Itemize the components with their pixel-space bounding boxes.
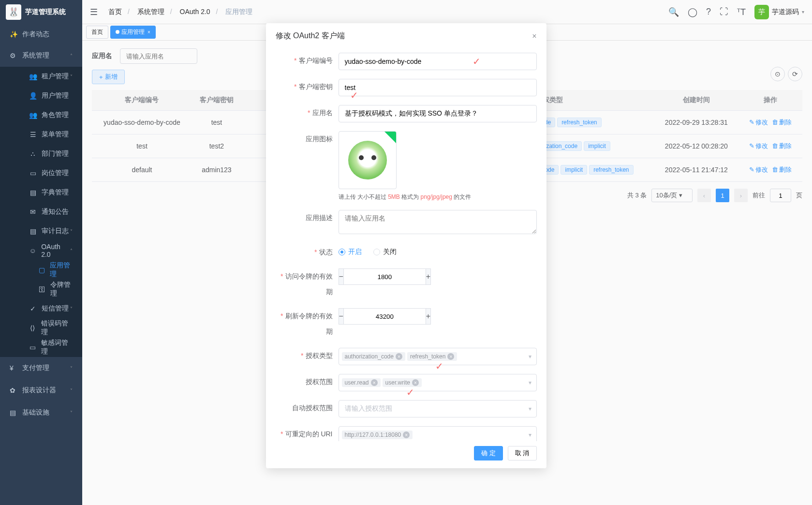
client-secret-input[interactable] xyxy=(339,79,537,96)
label-auth-type: 授权类型 xyxy=(306,352,333,359)
modal-mask: 修改 OAuth2 客户端 × *客户端编号 ✓ *客户端密钥 ✓ xyxy=(0,0,812,505)
modal-header: 修改 OAuth2 客户端 × xyxy=(266,23,546,49)
modal: 修改 OAuth2 客户端 × *客户端编号 ✓ *客户端密钥 ✓ xyxy=(266,23,546,468)
refresh-exp-stepper: − + xyxy=(339,308,416,325)
chevron-down-icon: ▾ xyxy=(529,353,531,360)
remove-tag-icon[interactable]: × xyxy=(403,431,410,438)
remove-tag-icon[interactable]: × xyxy=(412,379,419,386)
close-icon[interactable]: × xyxy=(532,32,536,41)
auth-type-select[interactable]: authorization_code×refresh_token×▾ xyxy=(339,348,537,365)
remove-tag-icon[interactable]: × xyxy=(396,353,402,360)
selected-tag: authorization_code× xyxy=(342,352,405,361)
access-exp-input[interactable] xyxy=(344,268,426,285)
confirm-button[interactable]: 确 定 xyxy=(474,446,503,460)
selected-tag: refresh_token× xyxy=(407,352,457,361)
label-redirect: 可重定向的 URI 地址 xyxy=(285,430,333,441)
remove-tag-icon[interactable]: × xyxy=(371,379,378,386)
status-radio-group: 开启 关闭 xyxy=(339,244,537,260)
remove-tag-icon[interactable]: × xyxy=(447,353,454,360)
scope-select[interactable]: user.read×user.write×▾ xyxy=(339,374,537,391)
label-status: 状态 xyxy=(319,248,333,256)
app-name-input[interactable] xyxy=(339,105,537,122)
label-app-name: 应用名 xyxy=(312,109,333,117)
modal-title: 修改 OAuth2 客户端 xyxy=(276,31,345,41)
label-client-secret: 客户端密钥 xyxy=(299,83,333,90)
label-app-icon: 应用图标 xyxy=(306,135,333,143)
selected-tag: http://127.0.0.1:18080× xyxy=(342,431,413,439)
modal-body: *客户端编号 ✓ *客户端密钥 ✓ *应用名 xyxy=(266,49,546,441)
access-exp-stepper: − + xyxy=(339,268,416,285)
modal-footer: 确 定 取 消 xyxy=(266,441,546,468)
selected-tag: user.read× xyxy=(342,378,381,387)
increase-button[interactable]: + xyxy=(426,308,431,325)
redirect-select[interactable]: http://127.0.0.1:18080×▾ xyxy=(339,426,537,441)
label-refresh-exp: 刷新令牌的有效期 xyxy=(285,312,333,335)
label-client-id: 客户端编号 xyxy=(299,57,333,64)
cancel-button[interactable]: 取 消 xyxy=(508,446,537,460)
increase-button[interactable]: + xyxy=(426,268,431,285)
refresh-exp-input[interactable] xyxy=(344,308,426,325)
chevron-down-icon: ▾ xyxy=(529,379,531,386)
label-access-exp: 访问令牌的有效期 xyxy=(285,272,333,296)
decrease-button[interactable]: − xyxy=(339,268,344,285)
upload-box[interactable] xyxy=(339,131,397,189)
status-off-radio[interactable]: 关闭 xyxy=(373,248,397,256)
upload-hint: 请上传 大小不超过 5MB 格式为 png/jpg/jpeg 的文件 xyxy=(339,193,537,201)
label-auto-scope: 自动授权范围 xyxy=(292,404,333,412)
auto-scope-select[interactable]: 请输入授权范围▾ xyxy=(339,400,537,417)
selected-tag: user.write× xyxy=(383,378,422,387)
chevron-down-icon: ▾ xyxy=(529,405,531,412)
label-scope: 授权范围 xyxy=(306,378,333,386)
decrease-button[interactable]: − xyxy=(339,308,344,325)
status-on-radio[interactable]: 开启 xyxy=(339,248,362,256)
app-desc-textarea[interactable] xyxy=(339,210,537,234)
upload-corner-icon xyxy=(384,132,396,143)
client-id-input[interactable] xyxy=(339,53,537,70)
app-icon-preview xyxy=(348,141,387,179)
chevron-down-icon: ▾ xyxy=(529,431,531,438)
label-app-desc: 应用描述 xyxy=(306,214,333,222)
